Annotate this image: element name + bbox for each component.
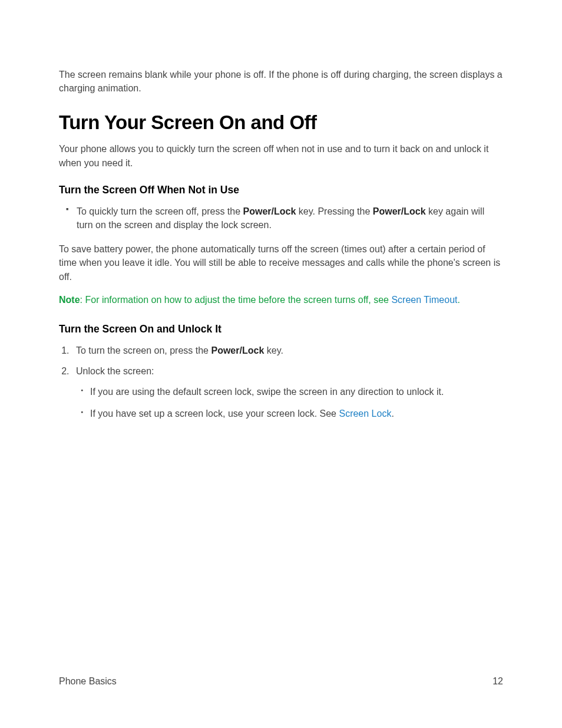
main-heading: Turn Your Screen On and Off — [59, 111, 503, 134]
page-footer: Phone Basics 12 — [59, 676, 503, 687]
footer-section: Phone Basics — [59, 676, 117, 687]
ordered-item-1: To turn the screen on, press the Power/L… — [72, 344, 503, 357]
sub-bullet-2: If you have set up a screen lock, use yo… — [90, 407, 503, 420]
bullet-bold-2: Power/Lock — [373, 206, 426, 216]
screen-timeout-link[interactable]: Screen Timeout — [391, 295, 457, 305]
sub2-post: . — [391, 409, 394, 419]
ol2-text: Unlock the screen: — [76, 366, 154, 376]
ol1-post: key. — [264, 345, 283, 355]
screen-lock-link[interactable]: Screen Lock — [339, 409, 391, 419]
ordered-list: To turn the screen on, press the Power/L… — [59, 344, 503, 421]
section-heading-1: Turn the Screen Off When Not in Use — [59, 184, 503, 196]
sub2-pre: If you have set up a screen lock, use yo… — [90, 409, 339, 419]
document-page: The screen remains blank while your phon… — [0, 0, 562, 466]
note-after: . — [458, 295, 460, 305]
note-label: Note — [59, 295, 80, 305]
ol1-pre: To turn the screen on, press the — [76, 345, 211, 355]
bullet-item: To quickly turn the screen off, press th… — [77, 205, 503, 232]
note-text: : For information on how to adjust the t… — [80, 295, 392, 305]
intro-paragraph: The screen remains blank while your phon… — [59, 68, 503, 95]
body-paragraph: To save battery power, the phone automat… — [59, 242, 503, 284]
intro-paragraph-2: Your phone allows you to quickly turn th… — [59, 142, 503, 169]
bullet-text-pre: To quickly turn the screen off, press th… — [77, 206, 243, 216]
bullet-list-1: To quickly turn the screen off, press th… — [59, 205, 503, 232]
footer-page-number: 12 — [492, 676, 503, 687]
section-heading-2: Turn the Screen On and Unlock It — [59, 323, 503, 335]
ol1-bold: Power/Lock — [211, 345, 264, 355]
bullet-text-mid: key. Pressing the — [296, 206, 372, 216]
sub-bullet-list: If you are using the default screen lock… — [76, 385, 503, 420]
bullet-bold-1: Power/Lock — [243, 206, 296, 216]
ordered-item-2: Unlock the screen: If you are using the … — [72, 364, 503, 421]
note-paragraph: Note: For information on how to adjust t… — [59, 293, 503, 307]
sub-bullet-1: If you are using the default screen lock… — [90, 385, 503, 398]
